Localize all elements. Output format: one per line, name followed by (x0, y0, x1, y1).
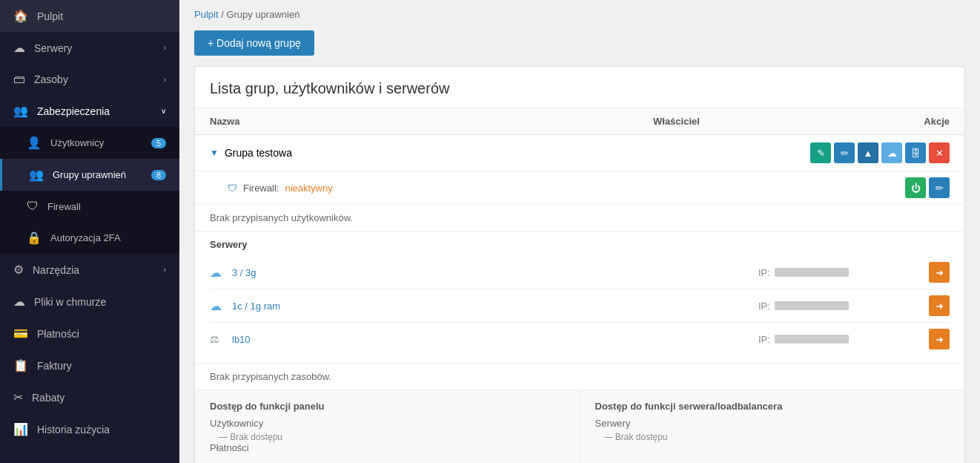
add-group-button[interactable]: + Dodaj nową grupę (194, 30, 314, 56)
chevron-right-icon-narzedzia: › (164, 266, 166, 274)
chevron-down-icon: ∨ (161, 107, 166, 115)
server-goto-button-1[interactable]: ➜ (929, 295, 950, 316)
firewall-row: 🛡 Firewall: nieaktywny ⏻ ✏ (195, 171, 964, 205)
sidebar-item-firewall[interactable]: 🛡 Firewall (0, 191, 179, 222)
group-action-db-button[interactable]: 🗄 (905, 142, 926, 163)
no-users-text: Brak przypisanych użytkowników. (210, 212, 353, 223)
server-row-0: ☁ 3 / 3g IP: ➜ (210, 256, 950, 289)
panel-access-item-1: Płatności (210, 442, 565, 453)
table-header: Nazwa Właściciel Akcje (195, 108, 964, 135)
group-actions: ✎ ✏ ▲ ☁ 🗄 ✕ (810, 142, 950, 163)
firewall-edit-button[interactable]: ✏ (929, 177, 950, 198)
sidebar-item-zabezpieczenia[interactable]: 👥 Zabezpieczenia ∨ (0, 95, 179, 127)
firewall-enable-button[interactable]: ⏻ (905, 177, 926, 198)
group-action-view-button[interactable]: ✎ (810, 142, 831, 163)
panel-access-item-0: Użytkownicy (210, 418, 565, 429)
sidebar-item-autoryzacja[interactable]: 🔒 Autoryzacja 2FA (0, 222, 179, 254)
server-name-0[interactable]: 3 / 3g (232, 267, 758, 278)
chevron-down-group-icon[interactable]: ▼ (210, 148, 219, 158)
group-name: ▼ Grupa testowa (210, 147, 662, 159)
zasoby-icon: 🗃 (13, 73, 25, 86)
firewall-status: nieaktywny (285, 183, 332, 194)
sidebar-label-zabezpieczenia: Zabezpieczenia (37, 105, 110, 117)
sidebar-label-pulpit: Pulpit (37, 10, 63, 22)
home-icon: 🏠 (13, 9, 28, 23)
server-name-1[interactable]: 1c / 1g ram (232, 301, 758, 312)
firewall-shield-icon: 🛡 (228, 183, 237, 194)
server-row-2: ⚖ lb10 IP: ➜ (210, 323, 950, 355)
group-name-text: Grupa testowa (225, 147, 292, 159)
groups-card: Lista grup, użytkowników i serwerów Nazw… (194, 66, 965, 463)
server-action-0: ➜ (929, 262, 950, 283)
sidebar-label-uzytkownicy: Użytkownicy (50, 137, 104, 148)
sidebar-submenu-zabezpieczenia: 👤 Użytkownicy 5 👥 Grupy uprawnień 8 🛡 Fi… (0, 127, 179, 254)
server-cloud-icon-1: ☁ (210, 299, 232, 313)
group-action-delete-button[interactable]: ✕ (929, 142, 950, 163)
server-goto-button-2[interactable]: ➜ (929, 329, 950, 349)
servers-section: Serwery ☁ 3 / 3g IP: ➜ ☁ 1c / 1g (195, 232, 964, 364)
sidebar-item-grupy[interactable]: 👥 Grupy uprawnień 8 (0, 159, 179, 191)
server-ip-2: IP: (758, 334, 921, 345)
lock-icon: 🔒 (27, 231, 42, 245)
sidebar-item-uzytkownicy[interactable]: 👤 Użytkownicy 5 (0, 127, 179, 159)
action-bar: + Dodaj nową grupę (179, 26, 980, 66)
panel-access-sub-0: — Brak dostępu (219, 432, 565, 442)
server-access-sub-0: — Brak dostępu (604, 432, 950, 442)
group-action-up-button[interactable]: ▲ (858, 142, 878, 163)
ip-value-2 (775, 335, 849, 344)
sidebar-label-zasoby: Zasoby (34, 73, 68, 85)
server-name-2[interactable]: lb10 (232, 334, 758, 345)
sidebar-label-serwery: Serwery (34, 42, 72, 54)
col-header-actions: Akcje (801, 116, 950, 127)
server-action-2: ➜ (929, 329, 950, 349)
server-row-1: ☁ 1c / 1g ram IP: ➜ (210, 289, 950, 323)
invoice-icon: 📋 (13, 358, 28, 372)
cloud-files-icon: ☁ (13, 295, 25, 309)
col-header-owner: Właściciel (653, 116, 801, 127)
group-action-edit-button[interactable]: ✏ (834, 142, 855, 163)
sidebar-item-narzedzia[interactable]: ⚙ Narzędzia › (0, 254, 179, 286)
server-ip-1: IP: (758, 301, 921, 312)
chevron-right-icon-zasoby: › (164, 76, 166, 84)
server-cloud-icon-0: ☁ (210, 266, 232, 280)
sidebar-item-pliki[interactable]: ☁ Pliki w chmurze (0, 286, 179, 318)
sidebar-label-autoryzacja: Autoryzacja 2FA (50, 232, 121, 243)
shield-icon: 🛡 (27, 200, 39, 213)
sidebar: 🏠 Pulpit ☁ Serwery › 🗃 Zasoby › 👥 Zabezp… (0, 0, 179, 463)
panel-access-title: Dostęp do funkcji panelu (210, 401, 565, 412)
ip-value-0 (775, 268, 849, 277)
no-users-row: Brak przypisanych użytkowników. (195, 205, 964, 232)
breadcrumb-home[interactable]: Pulpit (194, 9, 219, 20)
sidebar-item-zasoby[interactable]: 🗃 Zasoby › (0, 64, 179, 95)
sidebar-item-faktury[interactable]: 📋 Faktury (0, 349, 179, 381)
sidebar-item-historia[interactable]: 📊 Historia zużycia (0, 413, 179, 445)
sidebar-label-platnosci: Płatności (37, 328, 79, 340)
sidebar-item-pulpit[interactable]: 🏠 Pulpit (0, 0, 179, 32)
group-action-cloud-button[interactable]: ☁ (881, 142, 902, 163)
badge-uzytkownicy: 5 (151, 138, 166, 148)
card-title: Lista grup, użytkowników i serwerów (195, 67, 964, 108)
user-icon: 👤 (27, 136, 42, 150)
breadcrumb-current: Grupy uprawnień (226, 9, 299, 20)
no-resources-text: Brak przypisanych zasobów. (210, 371, 331, 382)
chevron-right-icon: › (164, 44, 166, 52)
server-goto-button-0[interactable]: ➜ (929, 262, 950, 283)
server-action-1: ➜ (929, 295, 950, 316)
sidebar-item-platnosci[interactable]: 💳 Płatności (0, 318, 179, 349)
sidebar-label-grupy: Grupy uprawnień (53, 169, 126, 180)
sidebar-item-rabaty[interactable]: ✂ Rabaty (0, 381, 179, 413)
group-icon: 👥 (29, 168, 44, 182)
sidebar-label-historia: Historia zużycia (37, 424, 110, 436)
ip-label-0: IP: (758, 267, 770, 278)
access-section: Dostęp do funkcji panelu Użytkownicy — B… (195, 390, 964, 463)
server-access-panel: Dostęp do funkcji serwera/loadbalancera … (580, 390, 965, 463)
main-content: Pulpit / Grupy uprawnień + Dodaj nową gr… (179, 0, 980, 463)
group-row: ▼ Grupa testowa ✎ ✏ ▲ ☁ 🗄 ✕ (195, 135, 964, 171)
panel-access-label-1: Płatności (210, 442, 249, 453)
ip-label-1: IP: (758, 301, 770, 312)
sidebar-label-rabaty: Rabaty (32, 392, 64, 404)
server-lb-icon-2: ⚖ (210, 333, 232, 345)
sidebar-item-serwery[interactable]: ☁ Serwery › (0, 32, 179, 64)
server-access-label-0: Serwery (595, 418, 631, 429)
panel-access-label-0: Użytkownicy (210, 418, 263, 429)
